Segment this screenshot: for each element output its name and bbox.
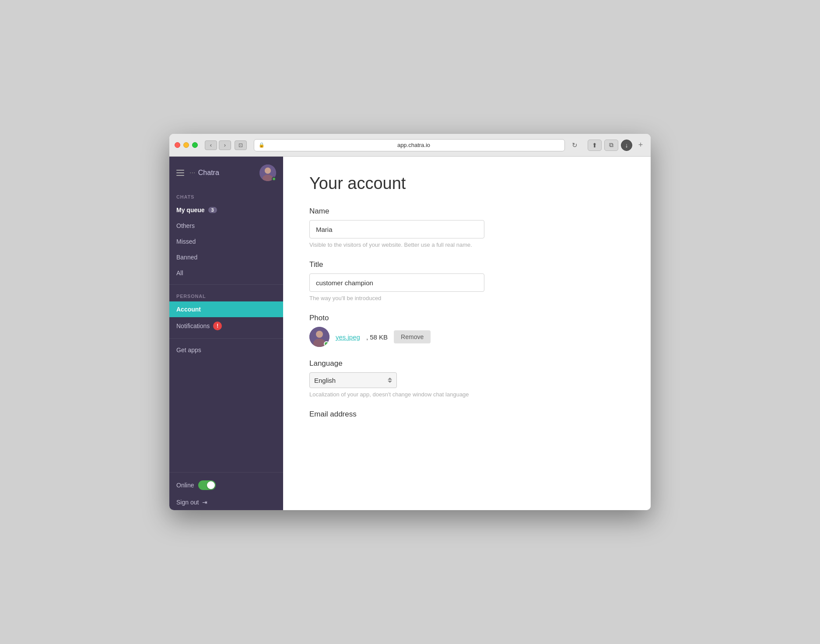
photo-section: Photo yes.jpeg , 58 KB Remove xyxy=(309,314,624,347)
email-section: Email address xyxy=(309,410,624,419)
browser-window: ‹ › ⊡ 🔒 app.chatra.io ↻ ⬆ ⧉ ↓ + ··· Chat… xyxy=(169,134,651,510)
share-button[interactable]: ⬆ xyxy=(588,140,602,151)
reload-button[interactable]: ↻ xyxy=(568,140,581,150)
online-status-row: Online xyxy=(169,476,283,494)
user-avatar[interactable] xyxy=(259,164,276,181)
sidebar-item-label-account: Account xyxy=(176,306,201,313)
app-dots: ··· xyxy=(189,169,195,176)
toolbar-actions: ⬆ ⧉ ↓ xyxy=(588,140,632,151)
hamburger-menu[interactable] xyxy=(176,170,184,176)
name-label: Name xyxy=(309,207,624,216)
new-tab-button[interactable]: + xyxy=(636,140,645,150)
sidebar-item-label-get-apps: Get apps xyxy=(176,346,201,354)
main-panel: Your account Name Visible to the visitor… xyxy=(283,157,651,510)
sign-out-row[interactable]: Sign out ⇥ xyxy=(169,494,283,510)
name-hint: Visible to the visitors of your website.… xyxy=(309,242,624,248)
online-dot xyxy=(272,177,276,181)
sidebar-divider-3 xyxy=(169,472,283,472)
language-select[interactable]: English Russian Spanish French German xyxy=(309,372,397,388)
close-button[interactable] xyxy=(175,142,180,148)
personal-section-label: PERSONAL xyxy=(169,288,283,301)
forward-button[interactable]: › xyxy=(219,140,231,150)
maximize-button[interactable] xyxy=(192,142,198,148)
chats-section-label: CHATS xyxy=(169,189,283,202)
email-label: Email address xyxy=(309,410,624,419)
sidebar-divider-1 xyxy=(169,284,283,285)
title-input[interactable] xyxy=(309,273,484,292)
sidebar-item-label-all: All xyxy=(176,270,183,276)
sidebar-item-label-missed: Missed xyxy=(176,238,196,245)
sidebar-toggle-button[interactable]: ⊡ xyxy=(235,140,247,150)
photo-size: , 58 KB xyxy=(366,333,388,341)
sidebar-item-notifications[interactable]: Notifications ! xyxy=(169,317,283,335)
download-button[interactable]: ↓ xyxy=(621,140,632,151)
sidebar-item-label-banned: Banned xyxy=(176,254,197,261)
online-label: Online xyxy=(176,482,194,489)
title-label: Title xyxy=(309,260,624,269)
back-button[interactable]: ‹ xyxy=(205,140,217,150)
titlebar: ‹ › ⊡ 🔒 app.chatra.io ↻ ⬆ ⧉ ↓ + xyxy=(169,134,651,157)
svg-point-5 xyxy=(316,331,323,338)
name-section: Name Visible to the visitors of your web… xyxy=(309,207,624,248)
my-queue-badge: 3 xyxy=(208,207,217,213)
nav-buttons: ‹ › xyxy=(205,140,231,150)
traffic-lights xyxy=(175,142,198,148)
sidebar-item-missed[interactable]: Missed xyxy=(169,234,283,249)
url-bar[interactable]: 🔒 app.chatra.io xyxy=(254,139,565,151)
sidebar-item-account[interactable]: Account xyxy=(169,301,283,317)
sign-out-icon: ⇥ xyxy=(202,499,207,506)
photo-filename-link[interactable]: yes.jpeg xyxy=(336,333,360,341)
svg-point-3 xyxy=(265,168,271,174)
content-area: ··· Chatra CHATS xyxy=(169,157,651,510)
sidebar-item-label-notifications: Notifications xyxy=(176,322,210,329)
sidebar-item-label-others: Others xyxy=(176,222,195,229)
sidebar-header: ··· Chatra xyxy=(169,157,283,189)
remove-photo-button[interactable]: Remove xyxy=(394,330,431,343)
sidebar-divider-2 xyxy=(169,338,283,339)
sidebar-item-get-apps[interactable]: Get apps xyxy=(169,342,283,358)
sidebar-item-label-my-queue: My queue xyxy=(176,206,205,214)
sidebar-item-all[interactable]: All xyxy=(169,265,283,281)
url-text: app.chatra.io xyxy=(267,142,560,148)
online-toggle[interactable] xyxy=(198,480,216,490)
photo-avatar xyxy=(309,327,329,347)
minimize-button[interactable] xyxy=(183,142,189,148)
language-hint: Localization of your app, doesn't change… xyxy=(309,391,624,398)
notifications-alert-badge: ! xyxy=(213,322,222,330)
title-hint: The way you'll be introduced xyxy=(309,295,624,301)
title-section: Title The way you'll be introduced xyxy=(309,260,624,301)
lock-icon: 🔒 xyxy=(259,142,265,148)
photo-row: yes.jpeg , 58 KB Remove xyxy=(309,327,624,347)
photo-label: Photo xyxy=(309,314,624,322)
name-input[interactable] xyxy=(309,220,484,238)
sidebar-item-my-queue[interactable]: My queue 3 xyxy=(169,202,283,218)
sidebar: ··· Chatra CHATS xyxy=(169,157,283,510)
language-label: Language xyxy=(309,359,624,368)
sidebar-item-others[interactable]: Others xyxy=(169,218,283,234)
page-title: Your account xyxy=(309,174,624,193)
photo-online-dot xyxy=(324,341,329,346)
app-title: ··· Chatra xyxy=(189,169,254,177)
tabs-button[interactable]: ⧉ xyxy=(604,140,618,151)
language-section: Language English Russian Spanish French … xyxy=(309,359,624,398)
sidebar-item-banned[interactable]: Banned xyxy=(169,249,283,265)
sign-out-label: Sign out xyxy=(176,499,199,506)
